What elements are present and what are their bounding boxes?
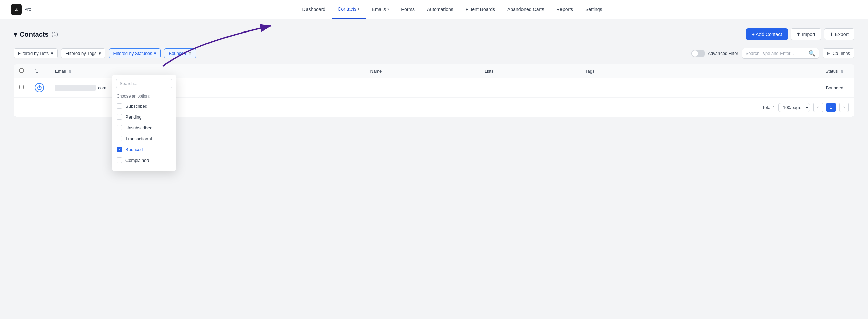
page-1-button[interactable]: 1: [826, 103, 836, 112]
nav-item-automations[interactable]: Automations: [421, 0, 459, 19]
emails-chevron-icon: ▾: [387, 7, 389, 11]
search-input[interactable]: [746, 51, 807, 56]
search-box[interactable]: 🔍: [742, 48, 819, 59]
statuses-dropdown: Choose an option: Subscribed Pending Uns…: [112, 75, 176, 171]
app-logo[interactable]: Z Pro: [11, 4, 31, 15]
complained-checkbox[interactable]: [117, 157, 122, 163]
pending-checkbox[interactable]: [117, 114, 122, 120]
subscribed-checkbox[interactable]: [117, 103, 122, 109]
status-badge: Bounced: [826, 85, 843, 90]
nav-item-emails[interactable]: Emails ▾: [366, 0, 395, 19]
filter-tags-chip[interactable]: Filtered by Tags ▾: [61, 48, 105, 58]
advanced-filter-toggle: Advanced Filter: [691, 50, 738, 57]
logo-icon: Z: [11, 4, 22, 15]
status-cell: Bounced: [682, 78, 854, 98]
contacts-chevron-icon: ▾: [358, 7, 359, 11]
row-checkbox[interactable]: [19, 85, 24, 89]
nav-item-fluent-boards[interactable]: Fluent Boards: [459, 0, 501, 19]
advanced-filter-label: Advanced Filter: [708, 51, 738, 56]
page-size-select[interactable]: 100/page 50/page 25/page: [778, 103, 810, 112]
dropdown-item-subscribed[interactable]: Subscribed: [112, 101, 176, 111]
page-count: (1): [52, 31, 58, 37]
lists-cell: [479, 78, 580, 98]
columns-icon: ⊞: [827, 51, 831, 56]
unsubscribed-checkbox[interactable]: [117, 125, 122, 130]
search-icon: 🔍: [809, 50, 815, 57]
nav-item-forms[interactable]: Forms: [395, 0, 421, 19]
filter-statuses-label: Filtered by Statuses: [113, 51, 152, 56]
filter-bar: Filtered by Lists ▾ Filtered by Tags ▾ F…: [14, 48, 854, 59]
total-label: Total 1: [762, 105, 775, 110]
dropdown-item-transactional[interactable]: Transactional: [112, 133, 176, 144]
status-sort-icon: ⇅: [841, 70, 843, 73]
col-name[interactable]: Name: [365, 64, 479, 78]
col-lists[interactable]: Lists: [479, 64, 580, 78]
col-email[interactable]: Email ⇅: [50, 64, 365, 78]
top-nav: Z Pro Dashboard Contacts ▾ Emails ▾ Form…: [0, 0, 868, 19]
main-content: ▾ Contacts (1) + Add Contact ⬆ Import ⬇ …: [0, 19, 868, 127]
filter-lists-chevron-icon: ▾: [51, 51, 53, 56]
sort-icon: ⇅: [35, 69, 38, 74]
add-contact-button[interactable]: + Add Contact: [746, 28, 788, 40]
bounced-checkbox[interactable]: ✓: [117, 147, 122, 152]
dropdown-item-pending[interactable]: Pending: [112, 111, 176, 122]
bounced-active-chip[interactable]: Bounced ✕: [164, 48, 196, 58]
nav-item-settings[interactable]: Settings: [579, 0, 609, 19]
nav-items: Dashboard Contacts ▾ Emails ▾ Forms Auto…: [47, 0, 857, 19]
select-all-checkbox[interactable]: [19, 68, 24, 73]
filter-tags-label: Filtered by Tags: [65, 51, 97, 56]
filter-statuses-chip[interactable]: Filtered by Statuses ▾: [109, 48, 161, 58]
page-header: ▾ Contacts (1) + Add Contact ⬆ Import ⬇ …: [14, 28, 854, 40]
tags-cell: [580, 78, 682, 98]
filter-tags-chevron-icon: ▾: [99, 51, 101, 56]
dropdown-item-bounced[interactable]: ✓ Bounced: [112, 144, 176, 155]
export-button[interactable]: ⬇ Export: [824, 28, 854, 40]
nav-item-contacts[interactable]: Contacts ▾: [332, 0, 366, 19]
next-page-button[interactable]: ›: [839, 103, 849, 112]
transactional-checkbox[interactable]: [117, 136, 122, 141]
contact-icon: ⏻: [35, 83, 44, 92]
header-actions: + Add Contact ⬆ Import ⬇ Export: [746, 28, 854, 40]
filter-right: Advanced Filter 🔍 ⊞ Columns: [691, 48, 854, 59]
email-sort-icon: ⇅: [68, 70, 71, 73]
page-title: ▾ Contacts (1): [14, 30, 58, 38]
dropdown-search-input[interactable]: [116, 79, 172, 88]
email-domain: .com: [97, 85, 106, 90]
email-cell: .com: [50, 78, 365, 98]
pro-label: Pro: [24, 7, 31, 12]
filter-lists-label: Filtered by Lists: [18, 51, 49, 56]
advanced-filter-switch[interactable]: [691, 50, 705, 57]
nav-item-reports[interactable]: Reports: [550, 0, 579, 19]
columns-button[interactable]: ⊞ Columns: [823, 48, 854, 58]
filter-lists-chip[interactable]: Filtered by Lists ▾: [14, 48, 58, 58]
dropdown-search: [112, 79, 176, 92]
bounced-chip-label: Bounced: [169, 51, 186, 56]
prev-page-button[interactable]: ‹: [813, 103, 823, 112]
nav-item-abandoned-carts[interactable]: Abandoned Carts: [501, 0, 550, 19]
nav-item-dashboard[interactable]: Dashboard: [296, 0, 332, 19]
dropdown-choose-label: Choose an option:: [112, 92, 176, 101]
email-blurred: [55, 85, 96, 91]
col-tags[interactable]: Tags: [580, 64, 682, 78]
bounced-chip-close-icon[interactable]: ✕: [188, 51, 192, 56]
import-button[interactable]: ⬆ Import: [791, 28, 821, 40]
dropdown-item-complained[interactable]: Complained: [112, 155, 176, 166]
name-cell: [365, 78, 479, 98]
dropdown-item-unsubscribed[interactable]: Unsubscribed: [112, 122, 176, 133]
col-status[interactable]: Status ⇅: [682, 64, 854, 78]
filter-statuses-chevron-icon: ▾: [154, 51, 156, 56]
page-title-chevron-icon: ▾: [14, 30, 17, 38]
